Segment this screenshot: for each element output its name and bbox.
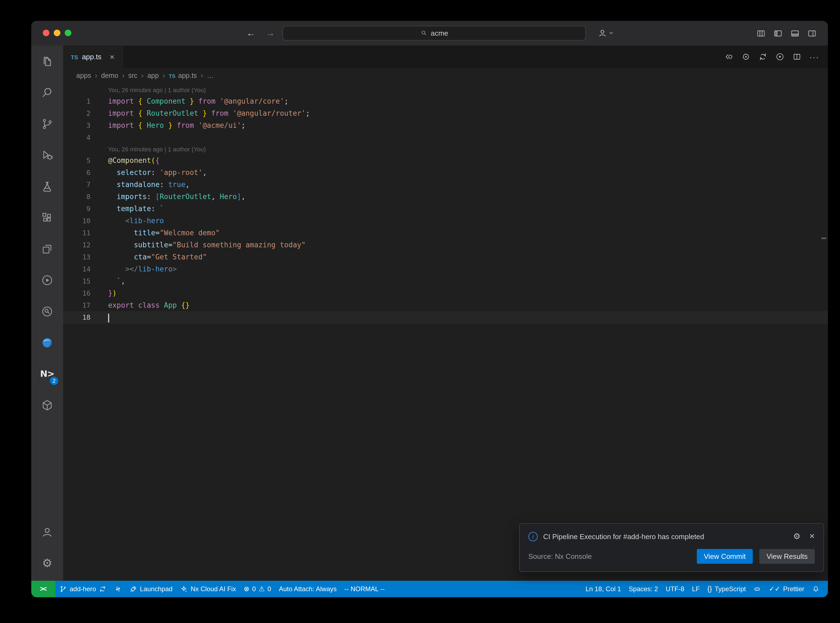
activity-explorer[interactable] (31, 46, 63, 77)
code-editor[interactable]: You, 26 minutes ago | 1 author (You)1imp… (63, 83, 828, 581)
command-center-search[interactable]: acme (283, 26, 586, 41)
code-line[interactable]: 17export class App {} (63, 299, 828, 312)
tab-app-ts[interactable]: TS app.ts × (63, 46, 123, 68)
code-line[interactable]: 6 selector: 'app-root', (63, 167, 828, 179)
activity-settings[interactable]: ⚙ (31, 547, 63, 578)
auto-attach-item[interactable]: Auto Attach: Always (275, 581, 341, 597)
code-line[interactable]: 5@Component({ (63, 155, 828, 167)
errors-icon: ⊗ (244, 586, 249, 592)
code-line[interactable]: 18 (63, 312, 828, 324)
sync-file-icon (758, 52, 768, 61)
activity-task-runner[interactable] (31, 264, 63, 296)
line-number: 5 (63, 155, 91, 167)
code-line[interactable]: 7 standalone: true, (63, 179, 828, 191)
line-number: 7 (63, 179, 91, 191)
minimize-window-button[interactable] (54, 30, 60, 36)
compare-target-button[interactable] (741, 52, 751, 61)
prettier-item[interactable]: ✓✓Prettier (765, 581, 808, 597)
split-editor-button[interactable] (792, 52, 802, 61)
indentation-item[interactable]: Spaces: 2 (625, 581, 662, 597)
breadcrumb-item[interactable]: apps (76, 72, 91, 80)
code-line[interactable]: 2import { RouterOutlet } from '@angular/… (63, 107, 828, 120)
encoding-item[interactable]: UTF-8 (662, 581, 688, 597)
code-line[interactable]: 13 cta="Get Started" (63, 251, 828, 263)
rocket-icon (129, 585, 137, 593)
code-line[interactable]: 12 subtitle="Build something amazing tod… (63, 239, 828, 251)
nx-cloud-item[interactable]: Nx Cloud AI Fix (177, 581, 240, 597)
code-text: @Component({ (108, 155, 160, 167)
breadcrumb-item[interactable]: … (207, 72, 214, 80)
compare-item[interactable] (110, 581, 126, 597)
line-number: 3 (63, 120, 91, 132)
code-text: import { RouterOutlet } from '@angular/r… (108, 107, 310, 120)
code-line[interactable]: 10 <lib-hero (63, 215, 828, 227)
code-line[interactable]: 9 template: ` (63, 203, 828, 215)
notification-title: CI Pipeline Execution for #add-hero has … (543, 532, 788, 540)
toggle-panel-left-button[interactable] (773, 28, 783, 38)
sync-file-button[interactable] (758, 52, 768, 61)
code-line[interactable]: 3import { Hero } from '@acme/ui'; (63, 120, 828, 132)
activity-extensions[interactable] (31, 202, 63, 233)
view-results-button[interactable]: View Results (759, 549, 815, 564)
breadcrumb-item[interactable]: app (147, 72, 159, 80)
code-line[interactable]: 16}) (63, 287, 828, 299)
launchpad-item[interactable]: Launchpad (126, 581, 177, 597)
code-line[interactable]: 1import { Component } from '@angular/cor… (63, 95, 828, 107)
notification-close-icon[interactable]: × (809, 531, 815, 542)
line-number: 4 (63, 132, 91, 144)
activity-testing[interactable] (31, 170, 63, 202)
more-actions-button[interactable]: ··· (809, 52, 819, 62)
activity-edge-tools[interactable] (31, 327, 63, 358)
typescript-file-icon: TS (71, 54, 78, 60)
history-back-button[interactable]: ← (246, 21, 256, 46)
line-number: 12 (63, 239, 91, 251)
activity-run-debug[interactable] (31, 139, 63, 170)
code-line[interactable]: 11 title="Welcmoe demo" (63, 227, 828, 239)
run-file-button[interactable] (775, 52, 785, 61)
toggle-panel-right-button[interactable] (807, 28, 817, 38)
extensions-icon (41, 211, 54, 224)
code-line[interactable]: 14 ></lib-hero> (63, 263, 828, 275)
activity-code-inspect[interactable] (31, 296, 63, 327)
toggle-panel-bottom-button[interactable] (790, 28, 800, 38)
braces-icon: {} (708, 586, 712, 592)
ai-sparkle-icon (180, 585, 188, 593)
breadcrumb-item[interactable]: src (128, 72, 137, 80)
code-line[interactable]: 15 `, (63, 275, 828, 287)
language-item[interactable]: {}TypeScript (704, 581, 750, 597)
activity-nx-console[interactable]: N>2 (31, 358, 63, 389)
activity-search[interactable] (31, 77, 63, 108)
customize-layout-button[interactable] (756, 28, 766, 38)
git-branch-item[interactable]: add-hero (55, 581, 110, 597)
titlebar: ← → acme (31, 21, 828, 46)
cursor-position-item[interactable]: Ln 18, Col 1 (582, 581, 625, 597)
code-line[interactable]: 4 (63, 132, 828, 144)
remote-indicator[interactable]: >< (31, 581, 55, 597)
problems-item[interactable]: ⊗0⚠0 (240, 581, 275, 597)
open-changes-button[interactable] (724, 52, 734, 61)
activity-remote-windows[interactable] (31, 233, 63, 264)
view-commit-button[interactable]: View Commit (697, 549, 753, 564)
breadcrumb-item[interactable]: TSapp.ts (169, 72, 197, 80)
zoom-window-button[interactable] (65, 30, 71, 36)
activity-account[interactable] (31, 516, 63, 547)
copilot-item[interactable] (750, 581, 765, 597)
code-line[interactable]: 8 imports: [RouterOutlet, Hero], (63, 191, 828, 203)
line-number: 16 (63, 287, 91, 299)
profile-button[interactable] (597, 28, 614, 38)
close-tab-button[interactable]: × (110, 52, 115, 61)
warnings-icon: ⚠ (259, 586, 265, 592)
chevron-down-icon (608, 30, 614, 36)
vim-mode-item[interactable]: -- NORMAL -- (341, 581, 389, 597)
notifications-item[interactable] (808, 581, 823, 597)
history-forward-button[interactable]: → (266, 21, 275, 46)
text-cursor (108, 313, 109, 322)
double-check-icon: ✓✓ (769, 586, 780, 592)
eol-item[interactable]: LF (688, 581, 704, 597)
breadcrumb-item[interactable]: demo (101, 72, 118, 80)
notification-settings-icon[interactable]: ⚙ (793, 531, 800, 541)
activity-source-control[interactable] (31, 108, 63, 139)
code-text: import { Component } from '@angular/core… (108, 95, 289, 107)
close-window-button[interactable] (43, 30, 49, 36)
activity-containers[interactable] (31, 389, 63, 420)
